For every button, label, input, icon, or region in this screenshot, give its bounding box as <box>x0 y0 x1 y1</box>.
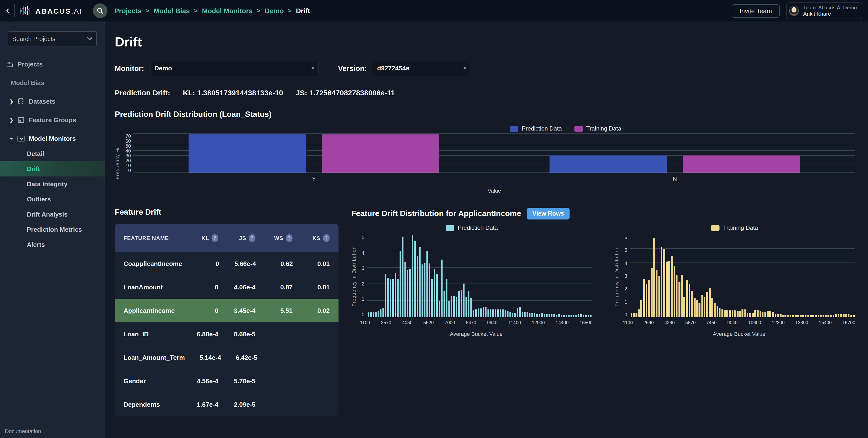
js-value-cell: 2.09e-5 <box>218 401 255 408</box>
help-icon[interactable]: ? <box>249 234 255 242</box>
team-menu[interactable]: Team: Abacus.AI Demo Ankit Khare <box>787 2 862 19</box>
sidebar-item-label: Feature Groups <box>29 116 76 123</box>
table-row-coapplicantincome[interactable]: CoapplicantIncome05.66e-40.620.01 <box>115 252 339 275</box>
histogram-bar <box>734 311 736 317</box>
histogram-bar <box>684 297 685 317</box>
legend-item-training-data[interactable]: Training Data <box>711 224 758 231</box>
histogram-bar <box>492 310 494 317</box>
prediction-drift-label: Prediction Drift: <box>115 88 170 97</box>
histogram-bar <box>815 315 817 317</box>
kl-value-cell: 0 <box>181 283 218 291</box>
sidebar-item-model-bias[interactable]: Model Bias <box>0 75 104 90</box>
search-button[interactable] <box>93 3 108 18</box>
histogram-bar <box>661 247 662 317</box>
table-row-dependents[interactable]: Dependents1.67e-42.09e-5 <box>115 392 339 416</box>
sidebar-item-label: Outliers <box>27 196 51 203</box>
sidebar-item-drift[interactable]: Drift <box>0 161 104 176</box>
histogram-bar <box>414 241 416 317</box>
histogram-bar <box>739 312 741 317</box>
feature-distribution-section: Feature Drift Distribution for Applicant… <box>351 208 855 337</box>
histogram-bar <box>812 315 814 317</box>
x-tick-n: N <box>494 173 855 182</box>
help-icon[interactable]: ? <box>212 234 218 242</box>
breadcrumb-item-projects[interactable]: Projects <box>115 7 142 14</box>
search-projects-combobox[interactable]: Search Projects <box>8 31 97 47</box>
histogram-bar <box>724 310 725 317</box>
sidebar-item-outliers[interactable]: Outliers <box>0 192 104 207</box>
legend-item-training-data[interactable]: Training Data <box>575 125 621 132</box>
histogram-bar <box>573 315 575 317</box>
js-value-cell: 6.42e-5 <box>221 354 257 361</box>
sidebar-item-projects[interactable]: Projects <box>0 56 104 72</box>
chevron-down-icon: ▾ <box>312 65 314 70</box>
ks-value-cell: 0.01 <box>292 283 330 291</box>
histogram-bar <box>475 310 477 317</box>
sidebar-item-prediction-metrics[interactable]: Prediction Metrics <box>0 222 104 237</box>
histogram-bar <box>541 314 543 317</box>
table-row-loan_id[interactable]: Loan_ID6.88e-48.60e-5 <box>115 322 339 346</box>
sidebar-item-drift-analysis[interactable]: Drift Analysis <box>0 207 104 222</box>
histogram-bar <box>446 279 448 317</box>
version-select[interactable]: d9272454e ▾ <box>373 61 470 75</box>
help-icon[interactable]: ? <box>323 234 330 242</box>
breadcrumb-item-model-monitors[interactable]: Model Monitors <box>202 7 252 14</box>
help-icon[interactable]: ? <box>286 234 292 242</box>
histogram-bar <box>580 314 582 317</box>
table-row-loanamount[interactable]: LoanAmount04.06e-40.870.01 <box>115 275 339 299</box>
histogram-bar <box>427 251 428 317</box>
breadcrumb-item-model-bias[interactable]: Model Bias <box>154 7 190 14</box>
sidebar-item-label: Prediction Metrics <box>27 226 82 233</box>
histogram-bar <box>825 315 827 317</box>
monitor-select[interactable]: Demo ▾ <box>150 61 318 75</box>
histogram-bar <box>686 280 688 317</box>
feature-drift-title: Feature Drift <box>115 208 339 216</box>
histogram-bar <box>706 292 708 317</box>
sidebar-item-feature-groups[interactable]: ❯Feature Groups <box>0 112 104 127</box>
histogram-bar <box>820 315 822 317</box>
documentation-link[interactable]: Documentation <box>5 428 41 434</box>
histogram-bar <box>782 315 784 317</box>
histogram-bar <box>458 291 460 317</box>
back-chevron-icon[interactable]: ‹ <box>5 5 13 17</box>
legend-swatch <box>575 125 583 132</box>
bar-training-data-n <box>683 155 800 173</box>
sidebar-item-data-integrity[interactable]: Data Integrity <box>0 176 104 192</box>
histogram-bar <box>638 309 640 317</box>
histogram-bar <box>490 310 492 317</box>
table-row-loan_amount_term[interactable]: Loan_Amount_Term5.14e-46.42e-5 <box>115 346 339 369</box>
table-row-applicantincome[interactable]: ApplicantIncome03.45e-45.510.02 <box>115 299 339 322</box>
breadcrumb-separator: > <box>257 7 260 14</box>
loan-status-chart: Frequency % 706050403020100 YN Value <box>115 134 855 194</box>
legend-item-prediction-data[interactable]: Prediction Data <box>510 125 562 132</box>
histogram-bar <box>453 296 455 317</box>
invite-team-button[interactable]: Invite Team <box>732 4 780 17</box>
histogram-bar <box>767 312 769 317</box>
histogram-bar <box>576 315 577 317</box>
histogram-bar <box>551 314 553 317</box>
histogram-bar <box>747 313 748 317</box>
histogram-bar <box>845 314 847 317</box>
table-header-row: FEATURE NAMEKL?JS?WS?KS? <box>115 224 339 252</box>
legend-item-prediction-data[interactable]: Prediction Data <box>446 224 498 231</box>
table-row-gender[interactable]: Gender4.56e-45.70e-5 <box>115 369 339 392</box>
page-title: Drift <box>115 35 855 50</box>
js-value-cell: 4.06e-4 <box>218 283 255 291</box>
select-divider <box>308 63 308 72</box>
abacus-logo[interactable]: ABACUS.AI <box>20 5 82 17</box>
sidebar-item-detail[interactable]: Detail <box>0 146 104 161</box>
histogram-bar <box>590 315 592 317</box>
histogram-bar <box>402 237 404 317</box>
histogram-bar <box>797 315 799 317</box>
sidebar-item-model-monitors[interactable]: ⌄Model Monitors <box>0 130 104 146</box>
histogram-bar <box>429 264 431 317</box>
app-window: ‹ ABACUS.AI Projects>Model Bias> <box>0 0 868 438</box>
y-axis-ticks: 543210 <box>358 235 367 317</box>
breadcrumb-item-demo[interactable]: Demo <box>265 7 284 14</box>
histogram-bar <box>709 288 710 317</box>
sidebar-item-alerts[interactable]: Alerts <box>0 237 104 252</box>
histogram-bar <box>553 314 555 317</box>
prediction-drift-metrics: Prediction Drift: KL: 1.3805173914438133… <box>115 88 855 97</box>
view-rows-button[interactable]: View Rows <box>527 208 569 220</box>
sidebar-item-datasets[interactable]: ❯Datasets <box>0 93 104 109</box>
breadcrumb-item-drift[interactable]: Drift <box>296 7 310 14</box>
